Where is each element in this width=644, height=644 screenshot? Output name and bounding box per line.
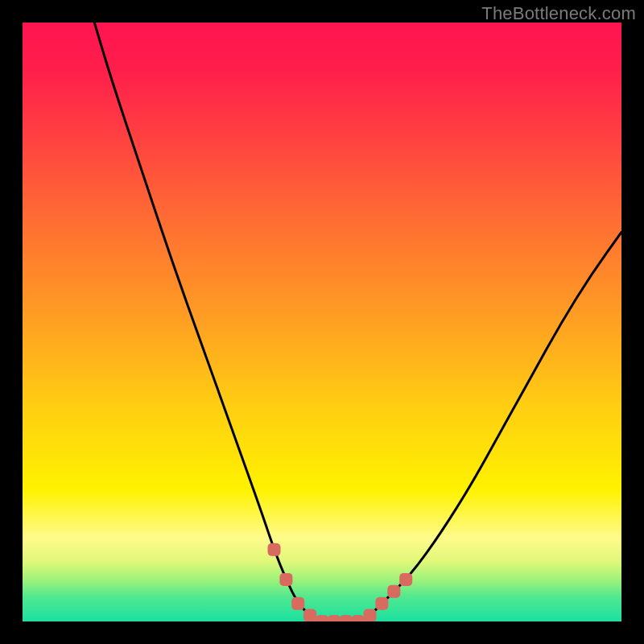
curve-marker (387, 585, 400, 598)
curve-marker (279, 573, 292, 586)
curve-marker (364, 609, 377, 621)
chart-frame: TheBottleneck.com (0, 0, 644, 644)
marker-group (268, 543, 413, 621)
curve-marker (303, 609, 316, 621)
curve-marker (352, 615, 365, 621)
curve-marker (399, 573, 412, 586)
curve-marker (316, 615, 328, 621)
watermark-text: TheBottleneck.com (481, 3, 636, 24)
curve-marker (375, 597, 388, 610)
bottleneck-chart (23, 23, 621, 621)
curve-marker (268, 543, 281, 556)
curve-marker (291, 597, 304, 610)
bottleneck-curve-path (94, 23, 621, 621)
plot-area (23, 23, 621, 621)
curve-marker (340, 615, 353, 621)
curve-marker (328, 615, 341, 621)
